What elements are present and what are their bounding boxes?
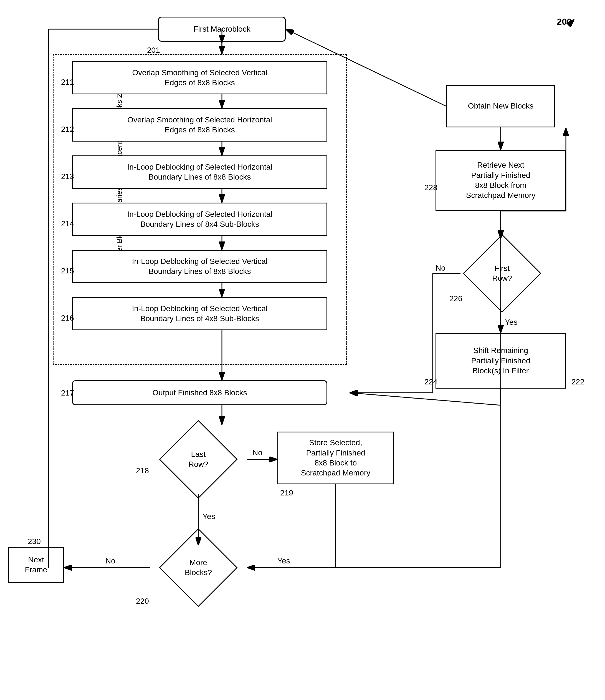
next-frame-box: NextFrame (8, 547, 64, 583)
step-220: 220 (136, 597, 149, 606)
deblock-v-8x8-box: In-Loop Deblocking of Selected VerticalB… (72, 250, 327, 283)
overlap-v-box: Overlap Smoothing of Selected VerticalEd… (72, 61, 327, 94)
shift-remaining-box: Shift RemainingPartially FinishedBlock(s… (436, 333, 566, 389)
step-211: 211 (61, 78, 74, 86)
deblock-h-8x8-box: In-Loop Deblocking of Selected Horizonta… (72, 155, 327, 189)
step-222: 222 (572, 377, 584, 386)
more-blocks-diamond-wrapper: MoreBlocks? (150, 533, 247, 602)
more-blocks-text: MoreBlocks? (185, 558, 212, 578)
first-row-text: FirstRow? (492, 264, 512, 284)
deblock-v-4x8-box: In-Loop Deblocking of Selected VerticalB… (72, 297, 327, 330)
last-row-text: LastRow? (188, 449, 208, 470)
step-213: 213 (61, 172, 74, 181)
output-finished-box: Output Finished 8x8 Blocks (72, 380, 327, 405)
step-212: 212 (61, 125, 74, 134)
step-201: 201 (147, 46, 160, 55)
yes-label-1: Yes (203, 512, 215, 521)
yes-label-2: Yes (278, 556, 290, 565)
step-217: 217 (61, 389, 74, 397)
no-label-1: No (253, 448, 262, 457)
overlap-h-box: Overlap Smoothing of Selected Horizontal… (72, 108, 327, 142)
obtain-new-box: Obtain New Blocks (446, 85, 555, 127)
first-macroblock-box: First Macroblock (158, 17, 286, 42)
step-228: 228 (424, 183, 438, 192)
step-230: 230 (28, 537, 41, 546)
step-219: 219 (280, 489, 293, 497)
step-224: 224 (424, 377, 438, 386)
first-row-diamond-wrapper: FirstRow? (461, 239, 544, 308)
figure-number: 200 (557, 17, 572, 27)
step-216: 216 (61, 314, 74, 323)
step-214: 214 (61, 219, 74, 228)
store-selected-box: Store Selected,Partially Finished8x8 Blo… (278, 432, 394, 484)
svg-line-26 (349, 393, 501, 405)
retrieve-next-box: Retrieve NextPartially Finished8x8 Block… (436, 150, 566, 211)
step-215: 215 (61, 267, 74, 275)
no-label-2: No (105, 556, 115, 565)
diagram: 200 First Macroblock 201 Filter Block Bo… (0, 0, 605, 700)
step-218: 218 (136, 466, 149, 475)
no-label-3: No (436, 264, 446, 272)
step-226: 226 (449, 294, 463, 303)
yes-label-3: Yes (505, 318, 518, 326)
deblock-h-8x4-box: In-Loop Deblocking of Selected Horizonta… (72, 203, 327, 236)
last-row-diamond-wrapper: LastRow? (150, 425, 247, 494)
